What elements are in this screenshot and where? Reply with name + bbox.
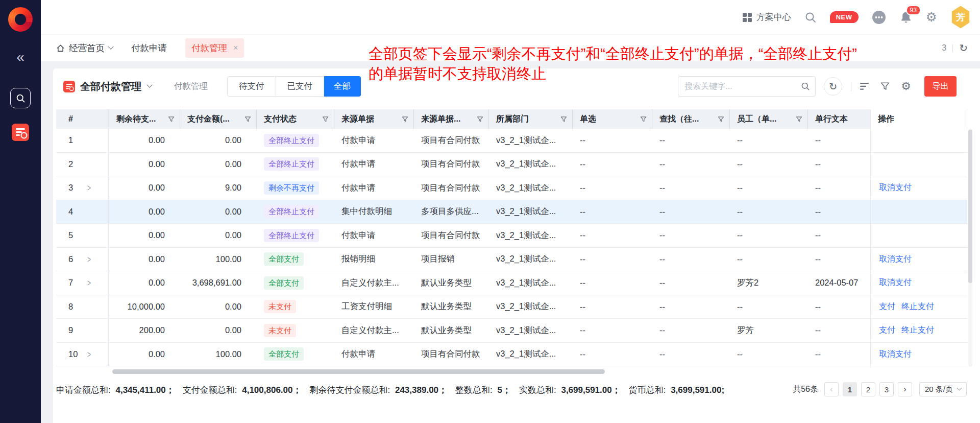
payment-management-page: « 方案中心 NEW 93 ⚙ 芳 <box>0 0 980 423</box>
horizontal-scrollbar-thumb[interactable] <box>112 369 605 374</box>
export-button[interactable]: 导出 <box>924 76 957 97</box>
refresh-icon[interactable]: ↻ <box>959 42 968 54</box>
page-size-select[interactable]: 20 条/页 <box>919 382 967 396</box>
cell-source-type: 项目有合同付款 <box>414 343 489 366</box>
page-number-button[interactable]: 3 <box>879 382 894 396</box>
row-density-button[interactable] <box>860 82 869 90</box>
new-badge[interactable]: NEW <box>830 11 859 23</box>
row-number: 7 <box>68 278 83 288</box>
collapse-sidebar-icon[interactable]: « <box>16 50 24 64</box>
next-page-button[interactable]: › <box>898 382 912 396</box>
table-row[interactable]: 1 > 0.00 0.00 全部终止支付 付款申请 项目有合同付款 v3_2_1… <box>56 129 967 153</box>
expand-row-icon[interactable]: > <box>87 277 91 288</box>
global-search-button[interactable] <box>804 11 817 24</box>
user-avatar[interactable]: 芳 <box>950 6 971 29</box>
status-badge: 全部终止支付 <box>264 229 319 242</box>
cell-lookup: -- <box>652 319 730 342</box>
row-number: 1 <box>68 135 83 145</box>
tab-payment-request[interactable]: 付款申请 <box>131 42 167 54</box>
column-header[interactable]: 查找（往... <box>652 109 730 129</box>
divider <box>952 44 953 52</box>
segment-all[interactable]: 全部 <box>324 76 361 97</box>
tab-counter-value[interactable]: 3 <box>942 43 946 53</box>
column-header[interactable]: 单行文本 <box>808 109 870 129</box>
column-header[interactable]: # <box>56 109 109 129</box>
status-badge: 剩余不再支付 <box>264 181 319 195</box>
filter-icon[interactable] <box>796 116 802 123</box>
filter-icon[interactable] <box>718 116 724 123</box>
close-tab-icon[interactable]: × <box>233 43 238 53</box>
cell-actions: 取消支付 <box>870 176 967 200</box>
search-input[interactable] <box>684 82 801 91</box>
expand-row-icon[interactable]: > <box>87 349 91 360</box>
row-action-link[interactable]: 取消支付 <box>879 349 912 360</box>
row-action-link[interactable]: 取消支付 <box>879 182 912 193</box>
tab-home[interactable]: 经营首页 <box>56 42 113 54</box>
table-row[interactable]: 6 > 0.00 100.00 全部支付 报销明细 项目报销 v3_2_1测试企… <box>56 248 967 272</box>
search-icon <box>804 11 817 24</box>
column-header[interactable]: 支付金额(... <box>180 109 257 129</box>
column-header[interactable]: 单选 <box>573 109 652 129</box>
filter-icon[interactable] <box>477 116 483 123</box>
view-title[interactable]: 全部付款管理 <box>80 80 141 93</box>
page-number-button[interactable]: 2 <box>861 382 875 396</box>
column-settings-button[interactable]: ⚙ <box>901 81 911 92</box>
table-row[interactable]: 2 > 0.00 0.00 全部终止支付 付款申请 项目有合同付款 v3_2_1… <box>56 153 967 177</box>
row-action-link[interactable]: 支付 <box>879 325 895 336</box>
row-action-link[interactable]: 终止支付 <box>901 325 934 336</box>
vertical-scrollbar[interactable] <box>968 129 972 367</box>
search-icon[interactable] <box>801 82 810 91</box>
row-action-link[interactable]: 取消支付 <box>879 277 912 288</box>
sidebar-search-button[interactable] <box>10 88 31 108</box>
row-action-link[interactable]: 支付 <box>879 301 895 312</box>
filter-icon[interactable] <box>640 116 647 123</box>
summary-label: 实数总和: <box>519 385 558 395</box>
totals-summary: 申请金额总和: 4,345,411.00；支付金额总和: 4,100,806.0… <box>56 381 766 400</box>
prev-page-button[interactable]: ‹ <box>824 382 839 396</box>
cell-department: v3_2_1测试企... <box>489 343 573 366</box>
sidebar-item-payment-module[interactable] <box>12 124 29 143</box>
filter-icon[interactable] <box>560 116 567 123</box>
table-row[interactable]: 3 > 0.00 9.00 剩余不再支付 付款申请 项目有合同付款 v3_2_1… <box>56 176 967 200</box>
column-header[interactable]: 所属部门 <box>489 109 573 129</box>
notifications-button[interactable]: 93 <box>899 11 913 24</box>
cell-text: 2024-05-07 <box>808 271 870 295</box>
expand-row-icon[interactable]: > <box>87 254 91 265</box>
filter-icon[interactable] <box>168 116 175 123</box>
page-number-button[interactable]: 1 <box>843 382 857 396</box>
app-logo[interactable] <box>8 7 33 32</box>
column-header[interactable]: 来源单据... <box>414 109 489 129</box>
chevron-down-icon[interactable] <box>146 82 152 88</box>
cell-source-doc: 付款申请 <box>334 176 414 200</box>
scheme-center-button[interactable]: 方案中心 <box>743 11 791 23</box>
filter-icon[interactable] <box>322 116 329 123</box>
table-row[interactable]: 9 > 200.00 0.00 未支付 自定义付款主... 默认业务类型 v3_… <box>56 319 967 343</box>
row-action-link[interactable]: 终止支付 <box>901 301 934 312</box>
column-header[interactable]: 员工（单... <box>730 109 808 129</box>
column-header[interactable]: 操作 <box>870 109 967 129</box>
cell-payment-amount: 0.00 <box>180 153 257 176</box>
status-badge: 全部支付 <box>264 347 304 361</box>
table-row[interactable]: 7 > 0.00 3,698,691.00 全部支付 自定义付款主... 默认业… <box>56 271 967 295</box>
expand-row-icon[interactable]: > <box>87 182 91 193</box>
row-action-link[interactable]: 取消支付 <box>879 254 912 265</box>
cell-single-select: -- <box>573 176 652 200</box>
table-row[interactable]: 4 > 0.00 0.00 全部终止支付 集中付款明细 多项目多供应... v3… <box>56 200 967 224</box>
vertical-scrollbar-thumb[interactable] <box>968 130 972 283</box>
table-row[interactable]: 10 > 0.00 100.00 全部支付 付款申请 项目有合同付款 v3_2_… <box>56 343 967 367</box>
column-header[interactable]: 剩余待支... <box>109 109 180 129</box>
table-row[interactable]: 5 > 0.00 0.00 全部终止支付 付款申请 项目有合同付款 v3_2_1… <box>56 224 967 248</box>
filter-icon[interactable] <box>244 116 251 123</box>
filter-button[interactable] <box>880 82 890 91</box>
segment-pending[interactable]: 待支付 <box>227 76 276 97</box>
column-header[interactable]: 来源单据 <box>334 109 414 129</box>
table-row[interactable]: 8 > 10,000.00 0.00 未支付 工资支付明细 默认业务类型 v3_… <box>56 295 967 319</box>
segment-paid[interactable]: 已支付 <box>276 76 325 97</box>
settings-button[interactable]: ⚙ <box>926 11 937 24</box>
refresh-list-button[interactable]: ↻ <box>824 77 842 96</box>
messages-button[interactable] <box>872 10 886 25</box>
filter-icon[interactable] <box>402 116 408 123</box>
column-header[interactable]: 支付状态 <box>257 109 334 129</box>
cell-actions: 取消支付 <box>870 343 967 366</box>
tab-payment-management[interactable]: 付款管理 × <box>185 38 244 58</box>
